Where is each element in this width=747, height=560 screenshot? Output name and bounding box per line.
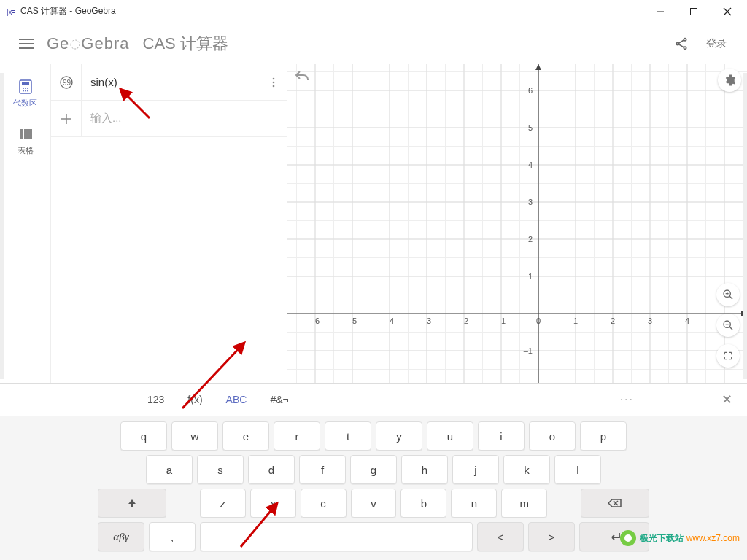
kb-tab-abc[interactable]: ABC [216,388,258,411]
close-button[interactable] [711,1,744,23]
settings-button[interactable] [718,69,741,92]
nav-table-label: 表格 [18,145,34,156]
svg-text:3: 3 [528,198,533,206]
key-h[interactable]: h [401,455,448,484]
zoom-out-button[interactable] [716,314,740,337]
key-k[interactable]: k [503,455,550,484]
svg-line-13 [679,44,684,47]
key-g[interactable]: g [350,455,397,484]
key-e[interactable]: e [222,421,269,451]
svg-text:–4: –4 [385,316,394,325]
minimize-button[interactable] [643,1,677,23]
svg-point-8 [71,40,80,49]
key-c[interactable]: c [301,489,347,518]
key-r[interactable]: r [274,421,320,451]
cas-input-value[interactable]: sin(x) [82,76,260,88]
key-z[interactable]: z [200,489,246,518]
nav-algebra[interactable]: 代数区 [13,79,37,109]
key-v[interactable]: v [351,489,397,518]
watermark: 极光下载站 www.xz7.com [619,529,740,547]
key-i[interactable]: i [478,421,525,451]
svg-text:1: 1 [528,272,533,281]
svg-point-9 [684,39,686,41]
login-button[interactable]: 登录 [697,31,735,56]
nav-table[interactable]: 表格 [18,126,34,156]
svg-point-10 [676,42,678,44]
kb-more-icon[interactable]: ··· [616,389,638,411]
nav-algebra-label: 代数区 [13,98,37,109]
row-toggle-icon[interactable]: 99 [51,64,82,100]
svg-point-17 [25,88,26,89]
key-t[interactable]: t [325,421,371,451]
svg-text:99: 99 [63,79,71,87]
kb-tab-fx[interactable]: f(x) [177,388,212,411]
key-m[interactable]: m [501,489,547,518]
appbar: GeGebra CAS 计算器 登录 [0,23,747,64]
svg-point-20 [25,90,26,92]
key-x[interactable]: x [250,489,296,518]
svg-point-21 [27,90,28,92]
key-space[interactable] [200,522,473,551]
key-shift[interactable] [98,489,166,518]
key-w[interactable]: w [171,421,218,451]
key-s[interactable]: s [197,455,244,484]
maximize-button[interactable] [677,1,711,23]
svg-text:–5: –5 [348,316,357,325]
svg-line-127 [729,296,732,299]
svg-rect-2 [691,8,697,15]
svg-rect-15 [22,82,29,85]
svg-text:|x=: |x= [7,8,15,16]
svg-rect-23 [24,129,28,139]
kb-tab-123[interactable]: 123 [137,388,174,411]
cas-row-new[interactable]: 输入... [51,101,287,137]
key-left[interactable]: < [477,522,524,551]
app-logo: GeGebra [47,34,130,53]
graph-view[interactable]: –6–5–4–3–2–1012345–1123456 [287,64,747,383]
key-l[interactable]: l [554,455,601,484]
svg-line-131 [729,327,732,330]
svg-rect-24 [28,129,32,139]
key-y[interactable]: y [376,421,422,451]
share-button[interactable] [665,29,697,58]
key-comma[interactable]: , [149,522,196,551]
svg-text:–1: –1 [497,316,506,325]
key-q[interactable]: q [120,421,167,451]
annotation [743,73,747,379]
svg-text:–3: –3 [422,316,431,325]
key-o[interactable]: o [529,421,576,451]
key-f[interactable]: f [299,455,346,484]
cas-row[interactable]: 99 sin(x) [51,64,287,101]
key-a[interactable]: a [146,455,193,484]
svg-text:5: 5 [528,123,533,132]
zoom-in-button[interactable] [716,283,740,306]
svg-point-27 [273,77,275,79]
svg-point-29 [273,85,275,87]
key-u[interactable]: u [427,421,473,451]
menu-button[interactable] [12,29,41,58]
kb-tab-sym[interactable]: #&¬ [260,388,298,411]
left-nav: 代数区 表格 [0,64,51,383]
svg-point-16 [23,88,24,89]
fullscreen-button[interactable] [716,344,740,368]
key-n[interactable]: n [451,489,497,518]
svg-text:2: 2 [611,316,615,325]
kb-close-button[interactable]: ✕ [717,387,737,412]
svg-text:1: 1 [573,316,578,325]
annotation [0,73,4,379]
row-menu-icon[interactable] [260,77,287,88]
key-d[interactable]: d [248,455,295,484]
key-j[interactable]: j [452,455,499,484]
svg-point-139 [624,534,632,542]
svg-point-11 [684,47,686,49]
key-b[interactable]: b [400,489,446,518]
undo-button[interactable] [293,69,311,89]
svg-rect-22 [20,129,23,139]
cas-input-placeholder[interactable]: 输入... [82,112,287,125]
add-row-icon[interactable] [51,101,82,136]
svg-text:–1: –1 [524,346,533,355]
titlebar: |x= CAS 计算器 - GeoGebra [0,0,747,23]
key-right[interactable]: > [528,522,575,551]
key-p[interactable]: p [580,421,627,451]
key-greek[interactable]: αβγ [98,522,144,551]
key-backspace[interactable] [581,489,649,518]
